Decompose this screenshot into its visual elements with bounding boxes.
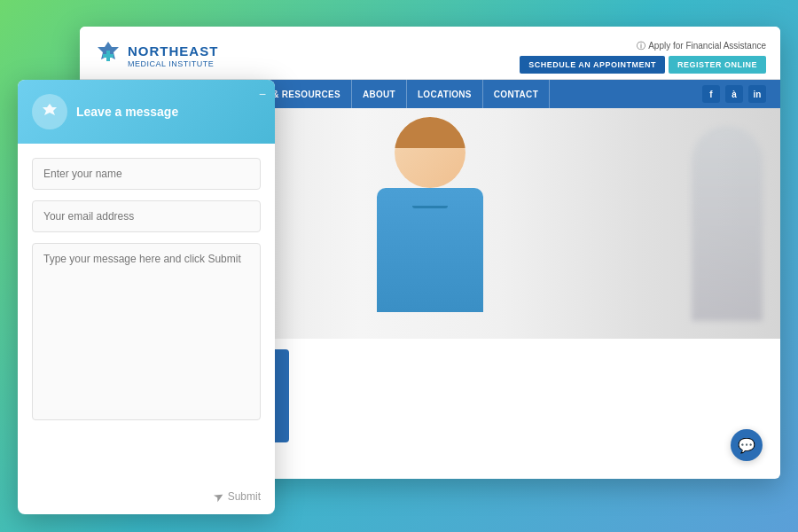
stethoscope	[412, 206, 448, 208]
instagram-icon[interactable]: à	[725, 85, 743, 103]
schedule-button[interactable]: Schedule an Appointment	[520, 56, 665, 74]
logo-text: Northeast Medical Institute	[128, 44, 218, 68]
email-input[interactable]	[32, 200, 261, 232]
nav-about[interactable]: About	[352, 80, 407, 108]
send-icon: ➤	[210, 488, 226, 505]
chat-widget: Leave a message − ➤ Submit	[18, 80, 275, 514]
submit-button[interactable]: ➤ Submit	[214, 489, 261, 504]
background-person-right	[692, 126, 763, 321]
submit-label: Submit	[228, 490, 261, 503]
nurse-head	[395, 117, 466, 188]
facebook-icon[interactable]: f	[702, 85, 720, 103]
chat-title: Leave a message	[76, 105, 178, 119]
chat-minimize-button[interactable]: −	[259, 87, 266, 101]
logo-name: Northeast	[128, 44, 218, 59]
name-input[interactable]	[32, 158, 261, 190]
logo-sub: Medical Institute	[128, 59, 218, 68]
chat-bubble-icon: 💬	[738, 437, 755, 454]
linkedin-icon[interactable]: in	[748, 85, 766, 103]
chat-body	[18, 144, 275, 434]
register-button[interactable]: Register Online	[669, 56, 766, 74]
nurse-figure	[359, 108, 501, 339]
chat-header: Leave a message −	[18, 80, 275, 144]
nurse-hair	[395, 117, 466, 148]
chat-bubble-button[interactable]: 💬	[731, 429, 763, 461]
nurse-torso	[377, 188, 483, 312]
top-buttons: Schedule an Appointment Register Online	[520, 56, 766, 74]
logo-area: Northeast Medical Institute	[94, 40, 218, 74]
nav-locations[interactable]: Locations	[407, 80, 483, 108]
logo-icon	[94, 40, 122, 74]
top-bar: Northeast Medical Institute Apply for Fi…	[80, 27, 780, 80]
financial-link[interactable]: Apply for Financial Assistance	[637, 40, 766, 52]
nav-contact[interactable]: Contact	[483, 80, 550, 108]
message-textarea[interactable]	[32, 243, 261, 420]
top-right-area: Apply for Financial Assistance Schedule …	[520, 40, 766, 74]
scene: Northeast Medical Institute Apply for Fi…	[18, 27, 780, 505]
nav-social: f à in	[702, 85, 766, 103]
chat-logo	[32, 94, 67, 129]
